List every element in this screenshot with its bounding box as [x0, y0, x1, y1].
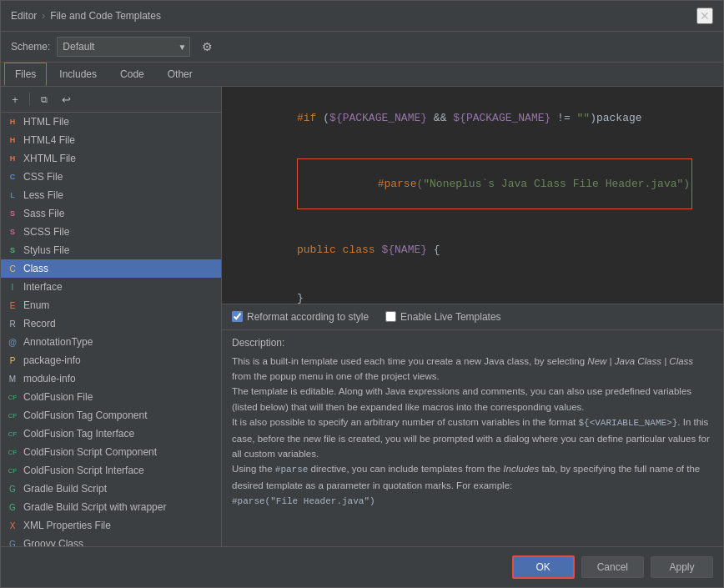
title-page: File and Code Templates	[50, 10, 161, 22]
right-panel: #if (${PACKAGE_NAME} && ${PACKAGE_NAME} …	[222, 87, 723, 546]
bottom-bar: OK Cancel Apply	[1, 546, 723, 587]
plus-icon: +	[12, 93, 18, 106]
options-bar: Reformat according to style Enable Live …	[222, 304, 723, 330]
list-item[interactable]: S Sass File	[1, 204, 221, 223]
class-file-icon: C	[6, 262, 19, 275]
scheme-label: Scheme:	[11, 41, 50, 53]
copy-button[interactable]: ⧉	[35, 90, 53, 108]
left-panel: + ⧉ ↩ H HTML File H HTML4 File	[1, 87, 222, 546]
list-item[interactable]: I Interface	[1, 278, 221, 296]
xhtml-file-icon: H	[6, 152, 19, 165]
scss-file-icon: S	[6, 225, 19, 239]
list-item-class[interactable]: C Class	[1, 259, 221, 278]
title-bar-left: Editor › File and Code Templates	[11, 10, 161, 22]
list-item[interactable]: X XML Properties File	[1, 516, 221, 535]
list-item[interactable]: G Gradle Build Script	[1, 480, 221, 498]
undo-icon: ↩	[62, 93, 71, 106]
live-templates-checkbox-label[interactable]: Enable Live Templates	[385, 311, 501, 323]
main-content: + ⧉ ↩ H HTML File H HTML4 File	[1, 87, 723, 546]
reformat-checkbox[interactable]	[232, 311, 243, 322]
cf-script-icon: CF	[6, 445, 19, 459]
list-item[interactable]: @ AnnotationType	[1, 333, 221, 351]
scheme-bar: Scheme: Default ▼ ⚙	[1, 32, 723, 63]
list-item[interactable]: CF ColdFusion Script Interface	[1, 461, 221, 480]
list-item[interactable]: H HTML4 File	[1, 131, 221, 149]
apply-button[interactable]: Apply	[651, 556, 713, 578]
code-line-2: #parse("Noneplus`s Java Class File Heade…	[232, 143, 713, 226]
cf-script-interface-icon: CF	[6, 464, 19, 477]
list-item[interactable]: CF ColdFusion Tag Interface	[1, 425, 221, 443]
list-item[interactable]: G Gradle Build Script with wrapper	[1, 498, 221, 516]
tab-other[interactable]: Other	[157, 63, 204, 86]
description-text: This is a built-in template used each ti…	[232, 354, 713, 510]
list-item[interactable]: E Enum	[1, 296, 221, 314]
description-area: Description: This is a built-in template…	[222, 330, 723, 547]
gradle-wrapper-icon: G	[6, 500, 19, 514]
list-item-record[interactable]: R Record	[1, 314, 221, 333]
gear-button[interactable]: ⚙	[197, 37, 217, 57]
cf-file-icon: CF	[6, 390, 19, 404]
sass-file-icon: S	[6, 207, 19, 220]
list-item[interactable]: H XHTML File	[1, 149, 221, 168]
xml-properties-icon: X	[6, 519, 19, 532]
list-item[interactable]: CF ColdFusion File	[1, 388, 221, 406]
title-bar: Editor › File and Code Templates ✕	[1, 1, 723, 32]
cf-tag-interface-icon: CF	[6, 427, 19, 440]
list-item[interactable]: S SCSS File	[1, 223, 221, 241]
ok-button[interactable]: OK	[512, 555, 575, 579]
live-templates-label: Enable Live Templates	[400, 311, 501, 323]
reformat-label: Reformat according to style	[247, 311, 369, 323]
cancel-button[interactable]: Cancel	[581, 556, 644, 578]
dialog: Editor › File and Code Templates ✕ Schem…	[0, 0, 724, 588]
stylus-file-icon: S	[6, 244, 19, 257]
scheme-select[interactable]: Default	[57, 37, 190, 57]
code-line-3: public class ${NAME} {	[232, 225, 713, 274]
interface-file-icon: I	[6, 280, 19, 294]
list-item[interactable]: C CSS File	[1, 168, 221, 186]
title-editor: Editor	[11, 10, 37, 22]
gear-icon: ⚙	[202, 40, 213, 53]
add-button[interactable]: +	[6, 90, 24, 108]
cf-tag-icon: CF	[6, 409, 19, 422]
gradle-icon: G	[6, 482, 19, 495]
groovy-class-icon: G	[6, 537, 19, 546]
less-file-icon: L	[6, 188, 19, 202]
list-item[interactable]: CF ColdFusion Script Component	[1, 443, 221, 461]
list-item[interactable]: H HTML File	[1, 113, 221, 131]
live-templates-checkbox[interactable]	[385, 311, 396, 322]
reformat-checkbox-label[interactable]: Reformat according to style	[232, 311, 369, 323]
file-list: H HTML File H HTML4 File H XHTML File C …	[1, 113, 221, 546]
title-separator: ›	[42, 10, 45, 22]
list-item[interactable]: S Stylus File	[1, 241, 221, 259]
close-button[interactable]: ✕	[696, 8, 713, 24]
description-title: Description:	[232, 337, 713, 349]
tab-includes[interactable]: Includes	[48, 63, 108, 86]
tab-code[interactable]: Code	[109, 63, 155, 86]
left-toolbar: + ⧉ ↩	[1, 87, 221, 113]
annotation-file-icon: @	[6, 335, 19, 349]
css-file-icon: C	[6, 170, 19, 183]
package-file-icon: P	[6, 354, 19, 367]
tabs-bar: Files Includes Code Other	[1, 63, 723, 87]
list-item[interactable]: G Groovy Class	[1, 535, 221, 546]
tab-files[interactable]: Files	[4, 63, 47, 86]
html-file-icon: H	[6, 115, 19, 128]
html4-file-icon: H	[6, 133, 19, 147]
record-file-icon: R	[6, 317, 19, 330]
scheme-select-wrapper: Default ▼	[57, 37, 190, 57]
copy-icon: ⧉	[41, 94, 48, 105]
code-line-4: }	[232, 274, 713, 304]
list-item[interactable]: L Less File	[1, 186, 221, 204]
enum-file-icon: E	[6, 299, 19, 312]
module-file-icon: M	[6, 372, 19, 385]
code-line-1: #if (${PACKAGE_NAME} && ${PACKAGE_NAME} …	[232, 93, 713, 143]
list-item[interactable]: M module-info	[1, 369, 221, 388]
list-item[interactable]: CF ColdFusion Tag Component	[1, 406, 221, 425]
code-editor[interactable]: #if (${PACKAGE_NAME} && ${PACKAGE_NAME} …	[222, 87, 723, 304]
toolbar-separator	[29, 93, 30, 106]
list-item[interactable]: P package-info	[1, 351, 221, 369]
undo-button[interactable]: ↩	[57, 90, 75, 108]
